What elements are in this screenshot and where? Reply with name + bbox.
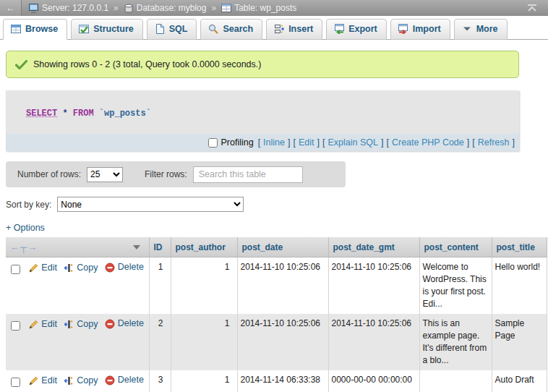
create-php-code-link[interactable]: Create PHP Code	[392, 137, 464, 148]
delete-link[interactable]: Delete	[105, 318, 144, 330]
breadcrumb-server[interactable]: Server: 127.0.0.1	[29, 3, 108, 13]
sql-keyword-from: FROM	[73, 108, 94, 119]
copy-link-label: Copy	[77, 262, 98, 274]
edit-link[interactable]: Edit	[28, 262, 57, 274]
bracket: [	[293, 137, 295, 148]
number-of-rows-label: Number of rows:	[17, 169, 81, 179]
tab-search[interactable]: Search	[200, 19, 262, 40]
collapse-panel-button[interactable]	[526, 4, 538, 12]
breadcrumb-database-label: Database: myblog	[137, 3, 207, 13]
breadcrumb-database[interactable]: Database: myblog	[124, 3, 207, 13]
copy-link[interactable]: Copy	[64, 262, 98, 274]
column-header-id[interactable]: ID	[149, 237, 171, 257]
server-icon	[29, 3, 39, 13]
cell-post-date: 2014-11-10 10:25:06	[237, 257, 328, 315]
browse-icon	[11, 24, 21, 34]
column-header-post-title[interactable]: post_title	[492, 237, 547, 257]
insert-icon	[274, 24, 284, 34]
cell-post-content	[419, 370, 492, 392]
edit-link[interactable]: Edit	[28, 375, 57, 387]
table-row: Edit Copy Delete 1 1 2014-11-10 10:25:06…	[6, 257, 547, 315]
edit-link[interactable]: Edit	[28, 318, 57, 331]
delete-link-label: Delete	[118, 318, 144, 330]
tab-insert[interactable]: Insert	[266, 19, 322, 40]
cell-id: 2	[149, 314, 171, 370]
column-header-post-author[interactable]: post_author	[171, 237, 237, 257]
header-dropdown-icon[interactable]	[133, 245, 140, 250]
tab-label: Search	[223, 24, 253, 34]
collapse-chevron-icon	[526, 4, 538, 12]
cell-id: 3	[149, 370, 171, 392]
breadcrumb: Server: 127.0.0.1 » Database: myblog » T…	[29, 3, 296, 13]
tab-export[interactable]: Export	[326, 19, 387, 40]
bracket: [	[258, 137, 260, 148]
tab-more[interactable]: More	[454, 19, 508, 40]
copy-link[interactable]: Copy	[64, 318, 98, 331]
edit-query-link[interactable]: Edit	[299, 137, 314, 148]
sql-table-ref: `wp_posts`	[99, 108, 151, 119]
results-table: ←┬→ ID post_author post_date post_date_g…	[6, 237, 547, 392]
cell-post-content: Welcome to WordPress. This is your first…	[419, 257, 492, 315]
bracket: ]	[317, 137, 320, 148]
copy-link-label: Copy	[77, 375, 98, 387]
refresh-link[interactable]: Refresh	[478, 137, 510, 148]
tab-browse[interactable]: Browse	[3, 19, 67, 40]
row-checkbox[interactable]	[11, 265, 20, 274]
sql-query-panel: SELECT * FROM `wp_posts` Profiling [ Inl…	[6, 90, 519, 151]
delete-icon	[105, 263, 115, 273]
cell-post-author: 1	[171, 370, 237, 392]
query-actions-bar: Profiling [ Inline ] [ Edit ] [ Explain …	[6, 134, 519, 151]
cell-post-date: 2014-11-10 10:25:06	[237, 314, 328, 370]
options-toggle-link[interactable]: + Options	[6, 223, 45, 233]
cell-post-title: Hello world!	[492, 257, 547, 315]
edit-pencil-icon	[28, 319, 38, 329]
column-header-post-content[interactable]: post_content	[419, 237, 492, 257]
cell-post-author: 1	[171, 314, 237, 370]
edit-link-label: Edit	[41, 262, 57, 274]
number-of-rows-select[interactable]: 25	[87, 167, 123, 182]
row-checkbox[interactable]	[11, 321, 20, 331]
delete-link[interactable]: Delete	[105, 374, 144, 386]
profiling-checkbox[interactable]	[208, 138, 218, 148]
bracket: ]	[288, 137, 290, 148]
more-dropdown-icon	[462, 24, 472, 34]
edit-link-label: Edit	[41, 318, 57, 331]
copy-link[interactable]: Copy	[64, 375, 98, 387]
sql-keyword-select[interactable]: SELECT	[26, 108, 57, 119]
explain-sql-link[interactable]: Explain SQL	[327, 137, 377, 148]
edit-pencil-icon	[28, 263, 38, 273]
search-icon	[208, 24, 218, 34]
back-button[interactable]: ←	[0, 0, 22, 16]
column-header-post-date[interactable]: post_date	[237, 237, 328, 257]
breadcrumb-table-label: Table: wp_posts	[234, 3, 296, 13]
edit-link-label: Edit	[41, 375, 57, 387]
inline-link[interactable]: Inline	[263, 137, 285, 148]
copy-icon	[64, 319, 74, 329]
breadcrumb-table[interactable]: Table: wp_posts	[221, 3, 296, 13]
column-header-post-date-gmt[interactable]: post_date_gmt	[328, 237, 419, 257]
action-column-header[interactable]: ←┬→	[6, 237, 149, 257]
cell-post-date-gmt: 2014-11-10 10:25:06	[328, 257, 419, 315]
cell-post-author: 1	[171, 257, 237, 315]
filter-rows-input[interactable]	[193, 166, 303, 183]
sort-by-key-select[interactable]: None	[57, 197, 244, 212]
cell-post-title: Auto Draft	[492, 370, 547, 392]
bracket: ]	[381, 137, 383, 148]
tab-import[interactable]: Import	[390, 19, 450, 40]
tab-label: Browse	[25, 24, 58, 34]
tab-label: Import	[413, 24, 441, 34]
breadcrumb-separator: »	[114, 3, 119, 13]
table-row: Edit Copy Delete 2 1 2014-11-10 10:25:06…	[6, 314, 547, 370]
tab-label: Structure	[93, 24, 134, 34]
tab-label: SQL	[169, 24, 188, 34]
tab-structure[interactable]: Structure	[71, 19, 143, 40]
row-checkbox[interactable]	[11, 378, 20, 387]
success-message-text: Showing rows 0 - 2 (3 total, Query took …	[33, 59, 261, 69]
back-arrow-icon: ←	[7, 3, 15, 13]
table-icon	[221, 3, 231, 13]
delete-link-label: Delete	[118, 374, 144, 386]
tab-sql[interactable]: SQL	[147, 19, 197, 40]
table-row: Edit Copy Delete 3 1 2014-11-14 06:33:38…	[6, 370, 547, 392]
phpmyadmin-browse-page: ← Server: 127.0.0.1 » Database: myblog »	[0, 0, 548, 392]
delete-link[interactable]: Delete	[105, 261, 144, 273]
